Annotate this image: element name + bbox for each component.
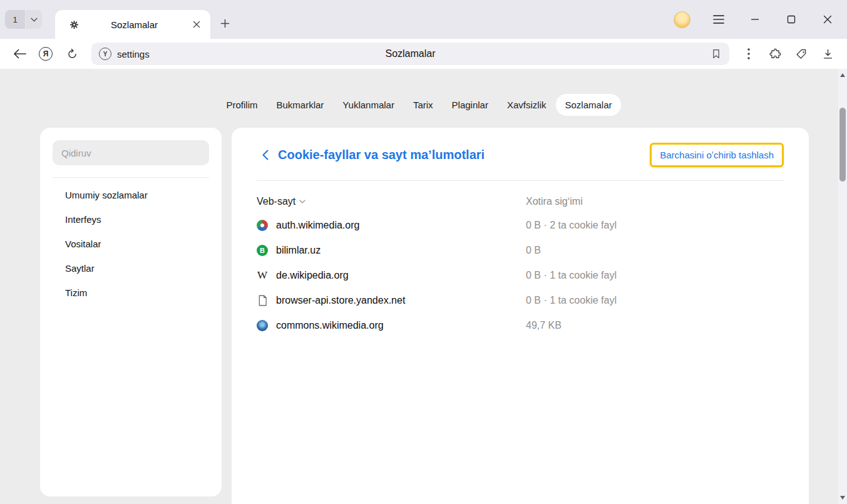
- sidebar-item-tizim[interactable]: Tizim: [53, 280, 209, 305]
- new-tab-button[interactable]: [215, 14, 234, 33]
- browser-tab-sozlamalar[interactable]: Sozlamalar: [55, 10, 210, 39]
- site-storage: 0 B · 1 ta cookie fayl: [526, 270, 784, 281]
- site-row[interactable]: B bilimlar.uz 0 B: [257, 238, 784, 263]
- site-cell: browser-api.store.yandex.net: [257, 295, 526, 306]
- tab-counter-badge[interactable]: 1: [5, 10, 25, 29]
- sidebar-item-vositalar[interactable]: Vositalar: [53, 232, 209, 256]
- window-tab-strip: 1 Sozlamalar: [0, 0, 847, 39]
- browser-menu-button[interactable]: [711, 11, 727, 28]
- profile-avatar[interactable]: [674, 11, 690, 28]
- wikipedia-favicon-icon: W: [257, 270, 268, 281]
- document-favicon-icon: [257, 295, 268, 306]
- extensions-button[interactable]: [764, 43, 786, 64]
- site-row[interactable]: commons.wikimedia.org 49,7 KB: [257, 313, 784, 338]
- site-name: bilimlar.uz: [276, 245, 321, 256]
- site-row[interactable]: W de.wikipedia.org 0 B · 1 ta cookie fay…: [257, 263, 784, 288]
- site-storage: 0 B: [526, 245, 784, 256]
- site-storage: 0 B · 2 ta cookie fayl: [526, 220, 784, 231]
- bookmark-button[interactable]: [711, 48, 722, 60]
- collections-tag-icon: [795, 48, 808, 61]
- more-options-button[interactable]: [738, 43, 759, 64]
- tab-yuklanmalar[interactable]: Yuklanmalar: [334, 94, 403, 116]
- site-badge-icon: Y: [99, 48, 111, 60]
- tab-list-dropdown[interactable]: [26, 10, 42, 29]
- sidebar-item-interfeys[interactable]: Interfeys: [53, 207, 209, 232]
- sidebar-item-saytlar[interactable]: Saytlar: [53, 256, 209, 280]
- site-name: auth.wikimedia.org: [276, 220, 359, 231]
- site-name: commons.wikimedia.org: [276, 320, 384, 331]
- page-title: Sozlamalar: [91, 48, 729, 59]
- tab-plaginlar[interactable]: Plaginlar: [443, 94, 497, 116]
- site-storage: 49,7 KB: [526, 320, 784, 331]
- tab-sozlamalar[interactable]: Sozlamalar: [556, 94, 620, 116]
- tab-close-icon[interactable]: [189, 17, 204, 32]
- yandex-home-button[interactable]: Я: [35, 43, 56, 64]
- site-column-label: Veb-sayt: [257, 196, 295, 207]
- site-cell: B bilimlar.uz: [257, 245, 526, 256]
- search-input[interactable]: [53, 140, 209, 165]
- kebab-menu-icon: [747, 48, 750, 59]
- download-icon: [822, 48, 834, 60]
- site-storage: 0 B · 1 ta cookie fayl: [526, 295, 784, 306]
- downloads-button[interactable]: [817, 43, 838, 64]
- browser-toolbar: Я Y settings Sozlamalar: [0, 39, 847, 69]
- yandex-logo-icon: Я: [39, 47, 53, 61]
- address-bar[interactable]: Y settings Sozlamalar: [91, 43, 729, 65]
- reload-icon: [66, 48, 78, 60]
- tab-count: 1: [13, 15, 17, 24]
- scrollbar-thumb[interactable]: [839, 108, 846, 182]
- settings-sidebar: Umumiy sozlamalar Interfeys Vositalar Sa…: [40, 128, 222, 496]
- clear-all-button[interactable]: Barchasini oʻchirib tashlash: [650, 143, 784, 167]
- tab-group-control: 1: [5, 10, 42, 29]
- commons-favicon-icon: [257, 320, 268, 331]
- site-cell: commons.wikimedia.org: [257, 320, 526, 331]
- settings-body: Umumiy sozlamalar Interfeys Vositalar Sa…: [40, 128, 809, 504]
- site-cell: auth.wikimedia.org: [257, 220, 526, 231]
- settings-page: Profilim Bukmarklar Yuklanmalar Tarix Pl…: [0, 69, 838, 504]
- site-row[interactable]: auth.wikimedia.org 0 B · 2 ta cookie fay…: [257, 213, 784, 238]
- minimize-button[interactable]: [747, 11, 763, 28]
- panel-title: Cookie-fayllar va sayt maʼlumotlari: [278, 148, 485, 162]
- site-name: de.wikipedia.org: [276, 270, 349, 281]
- tab-tarix[interactable]: Tarix: [404, 94, 442, 116]
- collections-button[interactable]: [791, 43, 812, 64]
- column-header-storage: Xotira sigʻimi: [526, 196, 784, 207]
- site-row[interactable]: browser-api.store.yandex.net 0 B · 1 ta …: [257, 288, 784, 313]
- header-divider: [257, 180, 784, 181]
- hamburger-icon: [713, 15, 724, 24]
- window-controls: [674, 0, 836, 39]
- table-header: Veb-sayt Xotira sigʻimi: [257, 190, 784, 213]
- bilimlar-favicon-icon: B: [257, 245, 268, 256]
- sidebar-item-umumiy-sozlamalar[interactable]: Umumiy sozlamalar: [53, 183, 209, 207]
- panel-back-button[interactable]: [257, 147, 273, 163]
- back-button[interactable]: [9, 43, 30, 64]
- tab-title: Sozlamalar: [80, 19, 189, 30]
- sort-chevron-icon: [299, 200, 305, 203]
- plus-icon: [220, 19, 230, 28]
- tab-xavfsizlik[interactable]: Xavfsizlik: [498, 94, 555, 116]
- puzzle-icon: [769, 48, 782, 61]
- settings-nav-tabs: Profilim Bukmarklar Yuklanmalar Tarix Pl…: [0, 94, 838, 116]
- wikimedia-favicon-icon: [257, 220, 268, 231]
- reload-button[interactable]: [61, 43, 83, 64]
- maximize-button[interactable]: [783, 11, 799, 28]
- back-arrow-icon: [13, 49, 26, 59]
- site-name: browser-api.store.yandex.net: [276, 295, 405, 306]
- close-icon: [823, 15, 832, 24]
- tab-bukmarklar[interactable]: Bukmarklar: [268, 94, 333, 116]
- url-text: settings: [117, 49, 150, 59]
- scroll-up-arrow-icon[interactable]: [840, 73, 845, 77]
- maximize-icon: [787, 15, 796, 24]
- scroll-down-arrow-icon[interactable]: [840, 496, 845, 500]
- sidebar-divider: [53, 177, 209, 178]
- settings-gear-icon: [69, 19, 80, 30]
- site-cell: W de.wikipedia.org: [257, 270, 526, 281]
- chevron-down-icon: [31, 18, 38, 22]
- tab-profilim[interactable]: Profilim: [217, 94, 266, 116]
- panel-header: Cookie-fayllar va sayt maʼlumotlari Barc…: [257, 143, 784, 167]
- column-header-site[interactable]: Veb-sayt: [257, 196, 526, 207]
- cookies-panel: Cookie-fayllar va sayt maʼlumotlari Barc…: [232, 128, 809, 504]
- close-window-button[interactable]: [819, 11, 836, 28]
- minimize-icon: [751, 15, 759, 24]
- page-scrollbar[interactable]: [838, 69, 847, 504]
